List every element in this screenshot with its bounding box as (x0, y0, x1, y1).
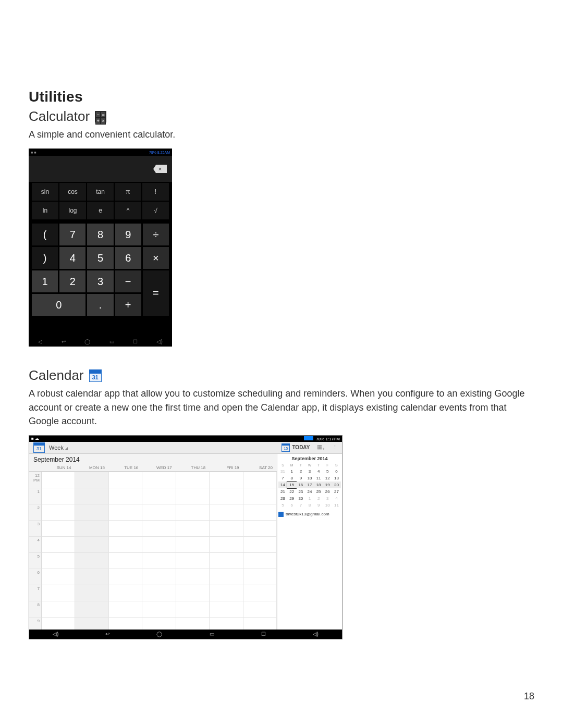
time-cell[interactable] (210, 472, 243, 488)
mini-day[interactable]: 2 (314, 495, 323, 502)
time-cell[interactable] (142, 472, 176, 488)
time-cell[interactable] (243, 504, 277, 520)
mini-day[interactable]: 22 (287, 488, 296, 495)
key-9[interactable]: 9 (115, 224, 141, 245)
mini-day[interactable]: 6 (287, 502, 296, 509)
time-cell[interactable] (142, 552, 176, 569)
time-cell[interactable] (142, 504, 176, 520)
key-fact[interactable]: ! (142, 183, 169, 201)
mini-day[interactable]: 4 (332, 495, 341, 502)
mini-day[interactable]: 27 (332, 488, 341, 495)
time-cell[interactable] (42, 504, 75, 520)
time-cell[interactable] (243, 536, 277, 552)
time-cell[interactable] (109, 536, 142, 552)
backspace-button[interactable]: × (153, 165, 167, 173)
mini-day[interactable]: 31 (278, 468, 287, 475)
time-cell[interactable] (109, 585, 142, 601)
mini-day[interactable]: 29 (287, 495, 296, 502)
time-cell[interactable] (75, 585, 108, 601)
mini-day[interactable]: 18 (314, 482, 323, 488)
time-cell[interactable] (75, 552, 108, 569)
key-sin[interactable]: sin (32, 183, 58, 201)
time-cell[interactable] (109, 472, 142, 488)
time-cell[interactable] (210, 601, 243, 617)
time-cell[interactable] (75, 520, 108, 536)
time-cell[interactable] (243, 488, 277, 504)
nav-recent-icon[interactable]: ▭ (109, 339, 114, 344)
time-cell[interactable] (142, 536, 176, 552)
mini-day[interactable]: 8 (305, 502, 314, 509)
mini-day[interactable]: 8 (287, 475, 296, 482)
time-cell[interactable] (75, 601, 108, 617)
time-cell[interactable] (42, 520, 75, 536)
time-cell[interactable] (42, 585, 75, 601)
calc-display[interactable]: × (29, 156, 172, 182)
key-8[interactable]: 8 (87, 224, 113, 245)
time-cell[interactable] (142, 601, 176, 617)
time-cell[interactable] (243, 585, 277, 601)
mini-day[interactable]: 16 (296, 482, 305, 488)
nav-recent-icon[interactable]: ▭ (210, 631, 214, 637)
mini-day[interactable]: 10 (323, 502, 332, 509)
time-cell[interactable] (210, 585, 243, 601)
key-dot[interactable]: . (87, 294, 113, 316)
mini-day[interactable]: 19 (323, 482, 332, 488)
key-pow[interactable]: ^ (115, 202, 141, 219)
time-cell[interactable] (109, 488, 142, 504)
time-cell[interactable] (42, 488, 75, 504)
time-cell[interactable] (109, 552, 142, 569)
time-cell[interactable] (109, 601, 142, 617)
key-equals[interactable]: = (143, 270, 169, 316)
mini-day[interactable]: 11 (314, 475, 323, 482)
calendar-account[interactable]: tmtest2k13@gmail.com (278, 512, 341, 517)
time-cell[interactable] (142, 569, 176, 585)
mini-day[interactable]: 26 (323, 488, 332, 495)
key-lparen[interactable]: ( (32, 224, 58, 245)
mini-day[interactable]: 28 (278, 495, 287, 502)
nav-vol2-icon[interactable]: ◁) (313, 631, 319, 637)
time-cell[interactable] (176, 585, 210, 601)
nav-vol-icon[interactable]: ◁ (38, 339, 42, 344)
mini-month-grid[interactable]: SMTWTFS311234567891011121314151617181920… (278, 462, 341, 509)
mini-day[interactable]: 9 (296, 475, 305, 482)
time-cell[interactable] (243, 472, 277, 488)
key-minus[interactable]: − (115, 270, 141, 292)
key-log[interactable]: log (59, 202, 86, 219)
mini-day[interactable]: 4 (314, 468, 323, 475)
mini-day[interactable]: 11 (332, 502, 341, 509)
time-cell[interactable] (243, 569, 277, 585)
time-cell[interactable] (176, 536, 210, 552)
mini-day[interactable]: 20 (332, 482, 341, 488)
mini-day[interactable]: 1 (305, 495, 314, 502)
time-cell[interactable] (243, 520, 277, 536)
time-cell[interactable] (109, 504, 142, 520)
mini-day[interactable]: 7 (278, 475, 287, 482)
time-cell[interactable] (210, 504, 243, 520)
time-cell[interactable] (210, 569, 243, 585)
time-cell[interactable] (210, 488, 243, 504)
key-ln[interactable]: ln (32, 202, 58, 219)
key-0[interactable]: 0 (32, 294, 85, 316)
time-cell[interactable] (176, 569, 210, 585)
time-cell[interactable] (142, 520, 176, 536)
mini-day[interactable]: 24 (305, 488, 314, 495)
hour-grid[interactable]: 12 PM123456789 (29, 472, 277, 633)
today-button[interactable]: 15 TODAY (282, 443, 310, 452)
time-cell[interactable] (243, 552, 277, 569)
mini-day[interactable]: 3 (323, 495, 332, 502)
mini-day[interactable]: 21 (278, 488, 287, 495)
key-5[interactable]: 5 (87, 247, 113, 269)
mini-day[interactable]: 2 (296, 468, 305, 475)
key-e[interactable]: e (87, 202, 114, 219)
key-6[interactable]: 6 (115, 247, 141, 269)
key-plus[interactable]: + (115, 294, 141, 316)
mini-day[interactable]: 1 (287, 468, 296, 475)
time-cell[interactable] (42, 601, 75, 617)
key-3[interactable]: 3 (87, 270, 113, 292)
mini-day[interactable]: 15 (287, 482, 296, 488)
time-cell[interactable] (42, 569, 75, 585)
mini-day[interactable]: 23 (296, 488, 305, 495)
mini-day[interactable]: 10 (305, 475, 314, 482)
nav-vol2-icon[interactable]: ◁) (156, 339, 162, 344)
nav-home-icon[interactable]: ◯ (156, 631, 162, 637)
